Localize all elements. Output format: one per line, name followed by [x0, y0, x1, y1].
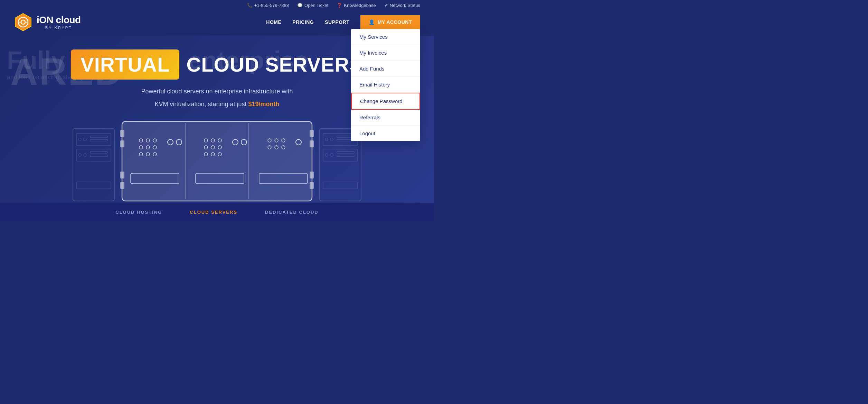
svg-rect-16 — [76, 182, 111, 189]
network-status-link[interactable]: ✔ Network Status — [384, 3, 420, 8]
svg-rect-22 — [310, 130, 314, 137]
account-dropdown: My Services My Invoices Add Funds Email … — [351, 29, 420, 141]
my-account-button[interactable]: 👤 MY ACCOUNT — [360, 15, 420, 29]
svg-point-67 — [325, 154, 328, 156]
top-bar: 📞 +1-855-579-7888 💬 Open Ticket ❓ Knowle… — [0, 0, 434, 11]
svg-rect-20 — [120, 172, 124, 178]
dropdown-logout[interactable]: Logout — [351, 126, 420, 141]
nav-pricing[interactable]: PRICING — [292, 19, 314, 25]
dropdown-my-services[interactable]: My Services — [351, 29, 420, 45]
svg-rect-71 — [323, 182, 358, 189]
svg-rect-17 — [122, 121, 312, 201]
help-icon: ❓ — [337, 3, 342, 8]
virtual-badge: VIRTUAL — [71, 49, 179, 80]
knowledgebase-link[interactable]: ❓ Knowledgebase — [337, 3, 376, 8]
check-icon: ✔ — [384, 3, 388, 8]
svg-rect-70 — [337, 155, 354, 157]
logo-text: iON cloud BY KRYPT — [37, 15, 81, 30]
cloud-servers-text: CLOUD SERVERS — [186, 53, 363, 76]
svg-point-13 — [84, 154, 86, 156]
account-icon: 👤 — [369, 19, 375, 25]
price-text: $19/month — [248, 101, 280, 108]
tab-dedicated-cloud[interactable]: DEDICATED CLOUD — [265, 210, 319, 215]
svg-rect-9 — [90, 136, 107, 138]
dropdown-change-password[interactable]: Change Password — [351, 93, 420, 110]
main-nav: iON cloud BY KRYPT HOME PRICING SUPPORT … — [0, 11, 434, 36]
svg-rect-10 — [90, 139, 107, 141]
logo-sub: BY KRYPT — [37, 26, 81, 30]
nav-right: HOME PRICING SUPPORT 👤 MY ACCOUNT My Ser… — [266, 15, 420, 29]
svg-point-7 — [78, 138, 81, 141]
my-account-wrapper: 👤 MY ACCOUNT My Services My Invoices Add… — [360, 15, 420, 29]
server-rack-main — [120, 120, 314, 203]
svg-rect-23 — [310, 140, 314, 147]
svg-rect-21 — [120, 182, 124, 189]
svg-rect-19 — [120, 140, 124, 147]
dropdown-my-invoices[interactable]: My Invoices — [351, 45, 420, 61]
svg-point-68 — [330, 154, 333, 156]
ticket-icon: 💬 — [297, 3, 303, 8]
svg-point-12 — [78, 154, 81, 156]
nav-support[interactable]: SUPPORT — [325, 19, 349, 25]
svg-point-63 — [330, 138, 333, 141]
network-status-label: Network Status — [390, 3, 420, 8]
open-ticket-label: Open Ticket — [304, 3, 328, 8]
subtitle-prefix: KVM virtualization, starting at just — [154, 101, 248, 108]
dropdown-add-funds[interactable]: Add Funds — [351, 61, 420, 77]
phone-number: +1-855-579-7888 — [254, 3, 289, 8]
account-label: MY ACCOUNT — [378, 19, 412, 25]
svg-rect-24 — [310, 172, 314, 178]
svg-rect-25 — [310, 182, 314, 189]
tab-cloud-hosting[interactable]: CLOUD HOSTING — [115, 210, 162, 215]
logo-icon — [14, 13, 32, 31]
bottom-tabs: CLOUD HOSTING CLOUD SERVERS DEDICATED CL… — [0, 203, 434, 222]
knowledgebase-label: Knowledgebase — [344, 3, 376, 8]
svg-marker-0 — [15, 13, 31, 31]
svg-point-8 — [84, 138, 86, 141]
dropdown-referrals[interactable]: Referrals — [351, 110, 420, 126]
svg-rect-18 — [120, 130, 124, 137]
phone-icon: 📞 — [247, 3, 253, 8]
svg-rect-14 — [90, 152, 107, 153]
tab-cloud-servers[interactable]: CLOUD SERVERS — [190, 210, 237, 215]
dropdown-email-history[interactable]: Email History — [351, 77, 420, 93]
logo-name: iON cloud — [37, 15, 81, 26]
open-ticket-link[interactable]: 💬 Open Ticket — [297, 3, 328, 8]
svg-rect-69 — [337, 152, 354, 153]
server-rack-left — [71, 127, 116, 203]
nav-home[interactable]: HOME — [266, 19, 281, 25]
logo-area[interactable]: iON cloud BY KRYPT — [14, 13, 81, 31]
phone-link[interactable]: 📞 +1-855-579-7888 — [247, 3, 289, 8]
svg-point-62 — [325, 138, 328, 141]
svg-rect-15 — [90, 155, 107, 157]
